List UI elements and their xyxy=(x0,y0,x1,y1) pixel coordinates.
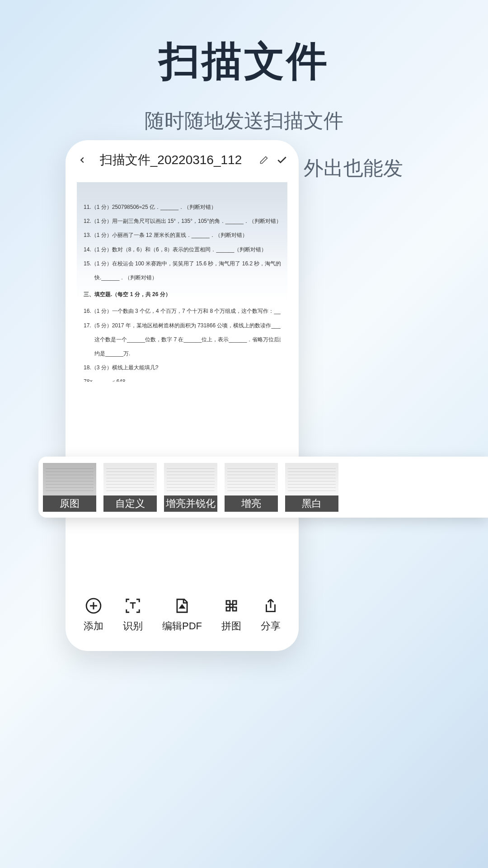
doc-line: 约是______万. xyxy=(84,347,281,361)
doc-line: 这个数是一个______位数，数字 7 在______位上，表示______．省… xyxy=(84,333,281,347)
doc-line: 78×______＜648 xyxy=(84,375,281,382)
doc-section-title: 三、填空题.（每空 1 分，共 26 分） xyxy=(84,288,281,302)
filename-title: 扫描文件_20220316_112 xyxy=(89,151,253,169)
plus-circle-icon xyxy=(84,597,103,615)
filter-label: 原图 xyxy=(43,495,96,512)
confirm-icon[interactable] xyxy=(275,153,289,167)
share-icon xyxy=(262,597,280,615)
tool-label: 识别 xyxy=(123,619,143,633)
collage-button[interactable]: 拼图 xyxy=(221,597,241,633)
doc-line: 15.（1 分）在校运会 100 米赛跑中，笑笑用了 15.6 秒，淘气用了 1… xyxy=(84,257,281,271)
filter-preview xyxy=(43,463,96,495)
filter-brighten-sharpen[interactable]: 增亮并锐化 xyxy=(164,463,217,512)
back-icon[interactable] xyxy=(75,153,89,167)
filter-preview xyxy=(225,463,278,495)
filter-original[interactable]: 原图 xyxy=(43,463,96,512)
document-preview[interactable]: 11.（1 分）250798506≈25 亿．______．（判断对错） 12.… xyxy=(77,182,287,382)
filter-preview xyxy=(103,463,157,495)
doc-line: 17.（5 分）2017 年，某地区植树造林的面积为 731866 公顷，横线上… xyxy=(84,319,281,333)
tool-label: 拼图 xyxy=(221,619,241,633)
filter-brighten[interactable]: 增亮 xyxy=(225,463,278,512)
phone-frame: 扫描文件_20220316_112 11.（1 分）250798506≈25 亿… xyxy=(66,140,299,651)
phone-header: 扫描文件_20220316_112 xyxy=(66,140,299,175)
document-content: 11.（1 分）250798506≈25 亿．______．（判断对错） 12.… xyxy=(77,182,287,382)
recognize-button[interactable]: 识别 xyxy=(123,597,143,633)
doc-line: 13.（1 分）小丽画了一条 12 厘米长的直线．______．（判断对错） xyxy=(84,228,281,242)
filter-label: 增亮并锐化 xyxy=(164,495,217,512)
doc-line: 18.（3 分）横线上最大能填几? xyxy=(84,361,281,375)
pdf-icon xyxy=(173,597,191,615)
subtitle-line-1: 随时随地发送扫描文件 xyxy=(0,105,488,137)
filter-custom[interactable]: 自定义 xyxy=(103,463,157,512)
add-button[interactable]: 添加 xyxy=(84,597,103,633)
doc-line: 16.（1 分）一个数由 3 个亿，4 个百万，7 个十万和 8 个万组成，这个… xyxy=(84,304,281,318)
doc-line: 快.______．（判断对错） xyxy=(84,271,281,285)
tool-label: 添加 xyxy=(84,619,103,633)
filter-carousel[interactable]: 原图 自定义 增亮并锐化 增亮 黑白 xyxy=(38,457,488,518)
bottom-toolbar: 添加 识别 编辑PDF 拼图 分享 xyxy=(66,585,299,651)
filter-preview xyxy=(164,463,217,495)
filter-blackwhite[interactable]: 黑白 xyxy=(285,463,338,512)
filter-preview xyxy=(285,463,338,495)
doc-line: 14.（1 分）数对（8，6）和（6，8）表示的位置相同．______（判断对错… xyxy=(84,243,281,257)
main-title: 扫描文件 xyxy=(0,34,488,89)
share-button[interactable]: 分享 xyxy=(261,597,281,633)
doc-line: 12.（1 分）用一副三角尺可以画出 15°，135°，105°的角．_____… xyxy=(84,214,281,228)
filter-label: 自定义 xyxy=(103,495,157,512)
edit-pdf-button[interactable]: 编辑PDF xyxy=(162,597,202,633)
tool-label: 分享 xyxy=(261,619,281,633)
edit-icon[interactable] xyxy=(257,153,271,167)
ocr-icon xyxy=(124,597,142,615)
puzzle-icon xyxy=(222,597,240,615)
filter-label: 增亮 xyxy=(225,495,278,512)
doc-line: 11.（1 分）250798506≈25 亿．______．（判断对错） xyxy=(84,200,281,214)
filter-label: 黑白 xyxy=(285,495,338,512)
tool-label: 编辑PDF xyxy=(162,619,202,633)
